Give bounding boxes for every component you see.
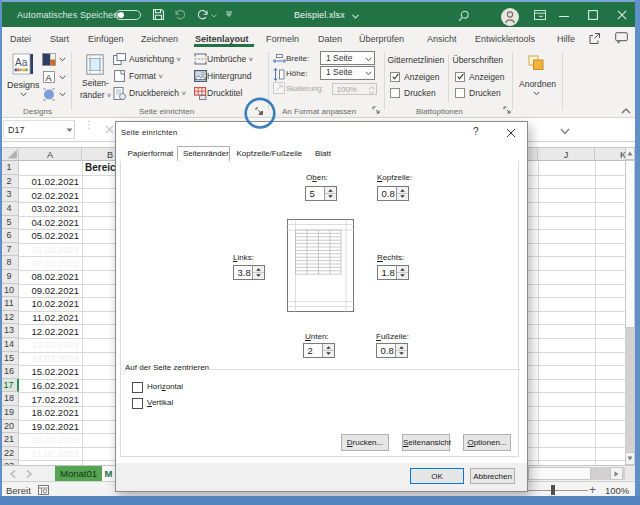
svg-text:Aa: Aa — [15, 57, 28, 68]
svg-text:A: A — [46, 73, 52, 83]
